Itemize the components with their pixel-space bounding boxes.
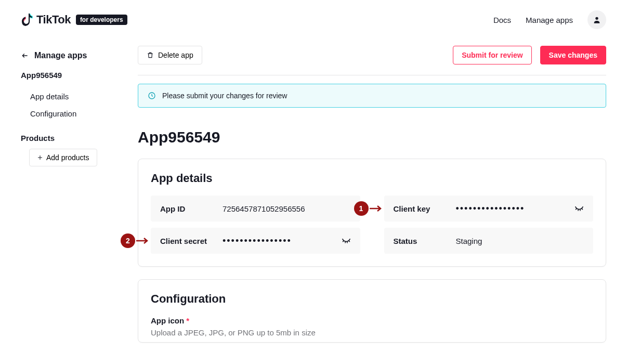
callout-1: 1 <box>354 201 383 216</box>
arrow-left-icon <box>21 52 29 59</box>
page-title: App956549 <box>138 128 606 146</box>
delete-app-button[interactable]: Delete app <box>138 46 202 64</box>
clock-icon <box>148 92 156 100</box>
brand-badge: for developers <box>76 15 127 25</box>
sidebar-app-name: App956549 <box>21 71 138 80</box>
app-icon-label-text: App icon <box>151 316 184 325</box>
add-products-button[interactable]: Add products <box>29 149 97 166</box>
eye-closed-icon <box>574 205 584 212</box>
eye-closed-icon <box>342 238 351 244</box>
value-status: Staging <box>456 237 482 245</box>
arrow-right-icon <box>370 205 383 212</box>
brand[interactable]: TikTok for developers <box>21 13 127 27</box>
app-icon-help: Upload a JPEG, JPG, or PNG up to 5mb in … <box>151 328 593 337</box>
topbar: TikTok for developers Docs Manage apps <box>0 0 627 40</box>
plus-icon <box>37 154 43 161</box>
app-details-heading: App details <box>151 172 593 185</box>
submit-for-review-button[interactable]: Submit for review <box>453 46 531 64</box>
notice-text: Please submit your changes for review <box>162 92 287 100</box>
svg-point-0 <box>595 17 598 20</box>
tiktok-note-icon <box>22 14 33 26</box>
nav-right: Docs Manage apps <box>493 10 606 29</box>
add-products-label: Add products <box>46 153 89 162</box>
field-client-secret: 2 Client secret •••••••••••••••• <box>151 228 360 254</box>
avatar[interactable] <box>587 10 606 29</box>
value-client-key: •••••••••••••••• <box>456 204 525 213</box>
value-app-id: 7256457871052956556 <box>223 204 305 213</box>
value-client-secret: •••••••••••••••• <box>223 236 292 245</box>
label-status: Status <box>394 237 456 245</box>
main: Delete app Submit for review Save change… <box>138 40 627 355</box>
review-notice: Please submit your changes for review <box>138 84 606 108</box>
field-app-id: App ID 7256457871052956556 <box>151 196 360 222</box>
label-client-key: Client key <box>394 204 456 213</box>
callout-1-circle: 1 <box>354 201 369 216</box>
callout-2-circle: 2 <box>121 233 135 248</box>
brand-text: TikTok <box>36 13 71 27</box>
sidebar-products-heading: Products <box>21 134 138 142</box>
callout-2: 2 <box>121 233 150 248</box>
nav-docs[interactable]: Docs <box>493 16 511 24</box>
reveal-client-key-button[interactable] <box>574 205 584 212</box>
sidebar-item-app-details[interactable]: App details <box>21 88 138 105</box>
app-icon-label: App icon * <box>151 316 593 325</box>
configuration-heading: Configuration <box>151 292 593 306</box>
sidebar-item-configuration[interactable]: Configuration <box>21 105 138 122</box>
save-changes-button[interactable]: Save changes <box>540 46 606 64</box>
label-client-secret: Client secret <box>160 237 223 245</box>
configuration-card: Configuration App icon * Upload a JPEG, … <box>138 279 606 343</box>
field-client-key: 1 Client key •••••••••••••••• <box>384 196 594 222</box>
delete-app-label: Delete app <box>158 51 193 59</box>
action-row: Delete app Submit for review Save change… <box>138 40 606 75</box>
person-icon <box>593 16 601 24</box>
nav-manage-apps[interactable]: Manage apps <box>526 16 573 24</box>
app-details-card: App details App ID 7256457871052956556 1… <box>138 159 606 267</box>
arrow-right-icon <box>136 237 150 244</box>
required-asterisk: * <box>186 316 189 325</box>
divider <box>138 75 606 75</box>
back-label: Manage apps <box>34 51 87 60</box>
trash-icon <box>147 51 154 59</box>
field-status: Status Staging <box>384 228 594 254</box>
reveal-client-secret-button[interactable] <box>342 238 351 244</box>
sidebar: Manage apps App956549 App details Config… <box>21 40 138 355</box>
back-to-manage-apps[interactable]: Manage apps <box>21 51 138 60</box>
label-app-id: App ID <box>160 204 223 213</box>
